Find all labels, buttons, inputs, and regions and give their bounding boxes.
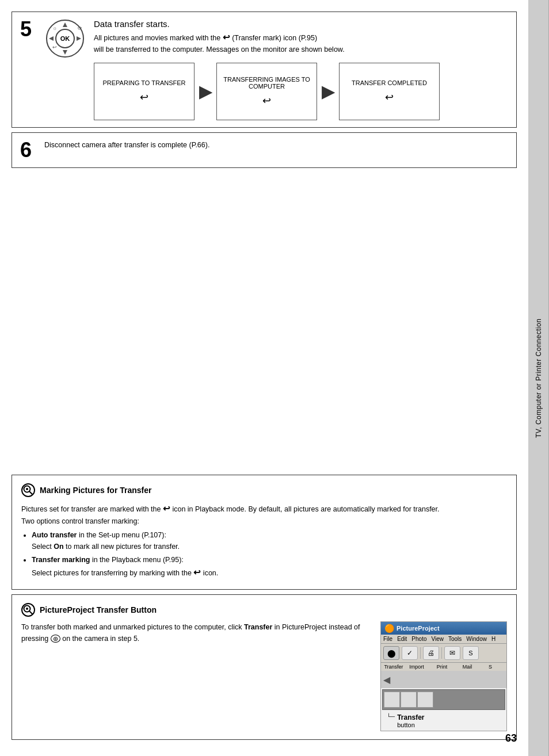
svg-point-11: [26, 488, 28, 490]
note-marking-icon: [21, 483, 35, 497]
note-pp-header: PictureProject Transfer Button: [21, 603, 507, 617]
step-5-box: 5 OK: [12, 12, 517, 128]
screen-transferring-label: TRANSFERRING IMAGES TO COMPUTER: [222, 76, 312, 90]
note-marking-header: Marking Pictures for Transfer: [21, 483, 507, 497]
magnifier-icon-2: [22, 604, 34, 616]
pp-divider2: [441, 647, 442, 659]
pp-btn-import: ✓: [402, 646, 418, 660]
step-5-title-text: Data transfer starts.: [94, 19, 170, 29]
pp-content-area2: ◀: [381, 671, 506, 688]
pp-text: To transfer both marked and unmarked pic…: [21, 621, 371, 644]
pp-menu-photo: Photo: [411, 636, 426, 642]
svg-text:↩: ↩: [52, 44, 57, 50]
transfer-mark-inline: ↩: [223, 32, 230, 42]
pp-logo: 🟠: [384, 624, 394, 633]
pp-desc: To transfer both marked and unmarked pic…: [21, 621, 371, 644]
step-6-box: 6 Disconnect camera after transfer is co…: [12, 132, 517, 168]
step-5-desc2: (Transfer mark) icon (P.95): [232, 34, 317, 42]
pp-titlebar: 🟠 PictureProject: [381, 622, 506, 635]
svg-text:☼: ☼: [52, 25, 57, 31]
screen-transferring: TRANSFERRING IMAGES TO COMPUTER ↩: [216, 63, 317, 120]
svg-point-14: [26, 608, 28, 610]
note-marking-li1: Auto transfer in the Set-up menu (P.107)…: [32, 529, 507, 552]
svg-text:⟳: ⟳: [78, 25, 82, 31]
note-marking-list: Auto transfer in the Set-up menu (P.107)…: [32, 529, 507, 579]
pp-left-arrow: ◀: [383, 674, 390, 685]
note-pictureproject-section: PictureProject Transfer Button To transf…: [12, 594, 517, 740]
screen-preparing: PREPARING TO TRANSFER ↩: [94, 63, 195, 120]
pp-thumb-1: [384, 692, 400, 708]
pp-image-row: [383, 690, 505, 709]
screen-completed-label: TRANSFER COMPLETED: [352, 79, 427, 86]
pp-line: └─: [387, 713, 395, 720]
svg-marker-6: [77, 36, 81, 41]
step-5-title: Data transfer starts.: [94, 19, 508, 29]
transfer-screens-row: PREPARING TO TRANSFER ↩ ▶ TRANSFERRING I…: [94, 63, 508, 120]
pp-menu-window: Window: [466, 636, 487, 642]
step-5-content: Data transfer starts. All pictures and m…: [94, 19, 508, 120]
svg-text:OK: OK: [60, 35, 70, 42]
pp-screenshot: 🟠 PictureProject File Edit Photo View To…: [380, 621, 507, 731]
pp-app-name: PictureProject: [396, 625, 440, 632]
pp-transfer-pointer: └─ Transfer button: [381, 711, 506, 731]
pp-menu-tools: Tools: [448, 636, 462, 642]
pp-label-transfer: Transfer: [383, 664, 404, 670]
transfer-mark-2: ↩: [262, 94, 271, 107]
screen-preparing-label: PREPARING TO TRANSFER: [102, 79, 185, 86]
pp-transfer-bold: Transfer: [397, 713, 424, 721]
pp-menu-edit: Edit: [397, 636, 407, 642]
pp-menubar: File Edit Photo View Tools Window H: [381, 635, 506, 644]
sidebar-tab-text: TV, Computer or Printer Connection: [535, 318, 543, 437]
pp-menu-view: View: [432, 636, 444, 642]
pp-btn-labels: Transfer Import Print Mail S: [381, 663, 506, 671]
pp-label-s: S: [480, 664, 501, 670]
page-number: 63: [505, 732, 517, 744]
pp-btn-s: S: [463, 646, 479, 660]
note-marking-body: Pictures set for transfer are marked wit…: [21, 502, 507, 579]
step-6-content: Disconnect camera after transfer is comp…: [44, 140, 508, 151]
spacer: [12, 173, 517, 475]
note-marking-title: Marking Pictures for Transfer: [40, 486, 152, 495]
note-marking-section: Marking Pictures for Transfer Pictures s…: [12, 475, 517, 590]
pp-divider1: [420, 647, 421, 659]
pp-label-import: Import: [406, 664, 427, 670]
pp-label-mail: Mail: [457, 664, 478, 670]
step-6-text: Disconnect camera after transfer is comp…: [44, 140, 508, 151]
pp-thumb-2: [401, 692, 417, 708]
svg-marker-5: [49, 36, 54, 41]
svg-line-15: [29, 611, 32, 614]
pp-btn-print: 🖨: [423, 646, 439, 660]
camera-control-icon: OK ⟳ ☼ ↩: [45, 19, 85, 58]
step-5-number: 5: [20, 19, 36, 40]
note-marking-p1: Pictures set for transfer are marked wit…: [21, 502, 507, 516]
pp-btn-transfer: ⬤: [383, 646, 399, 660]
pp-menu-file: File: [383, 636, 392, 642]
pp-label-print: Print: [432, 664, 452, 670]
transfer-mark-1: ↩: [140, 91, 148, 104]
note-pp-title: PictureProject Transfer Button: [40, 605, 157, 614]
pp-transfer-text-area: Transfer button: [397, 713, 424, 728]
svg-marker-4: [63, 50, 67, 55]
step-5-desc3: will be transferred to the computer. Mes…: [94, 45, 345, 54]
transfer-mark-3: ↩: [385, 91, 394, 104]
camera-icon-area: OK ⟳ ☼ ↩: [44, 19, 86, 58]
screen-completed: TRANSFER COMPLETED ↩: [339, 63, 440, 120]
step-5-desc1: All pictures and movies marked with the: [94, 34, 220, 42]
pp-thumb-3: [417, 692, 433, 708]
pp-transfer-arrow-area: └─: [386, 713, 395, 720]
sidebar-tab: TV, Computer or Printer Connection: [528, 0, 549, 756]
note-marking-p2: Two options control transfer marking:: [21, 516, 507, 527]
pp-btn-mail: ✉: [444, 646, 460, 660]
pp-toolbar: ⬤ ✓ 🖨 ✉ S: [381, 644, 506, 663]
step-6-number: 6: [20, 140, 36, 161]
svg-line-12: [29, 491, 32, 494]
svg-marker-3: [63, 22, 67, 27]
note-pp-icon: [21, 603, 35, 617]
pp-menu-h: H: [491, 636, 495, 642]
pp-content-area: To transfer both marked and unmarked pic…: [21, 621, 507, 731]
pp-button-word: button: [397, 721, 424, 728]
arrow-1: ▶: [199, 82, 212, 101]
arrow-2: ▶: [322, 82, 334, 101]
magnifier-icon: [22, 484, 34, 496]
note-marking-li2: Transfer marking in the Playback menu (P…: [32, 554, 507, 579]
